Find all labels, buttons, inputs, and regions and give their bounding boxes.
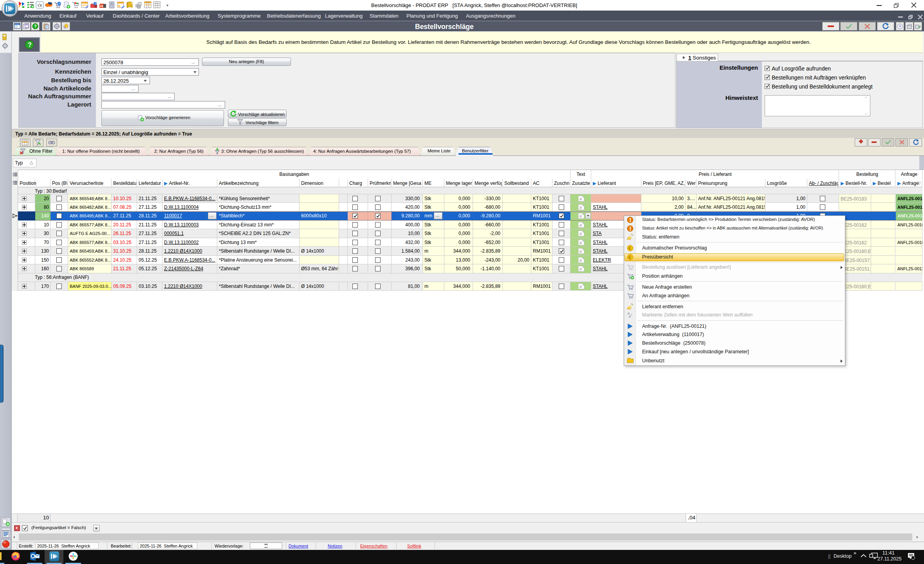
svg-text:?: ?	[34, 24, 37, 29]
svg-text:€: €	[629, 255, 631, 260]
svg-text:a: a	[579, 249, 582, 253]
svg-text:a: a	[579, 258, 582, 262]
svg-text:a: a	[579, 205, 582, 210]
svg-text:√x: √x	[37, 2, 42, 8]
svg-text:€: €	[629, 246, 631, 251]
svg-text:a: a	[579, 231, 582, 236]
svg-text:a: a	[579, 223, 582, 227]
svg-text:a: a	[579, 267, 582, 271]
svg-text:?: ?	[58, 2, 60, 5]
svg-text:a: a	[579, 197, 582, 201]
svg-text:a: a	[579, 240, 582, 245]
svg-text:?: ?	[28, 42, 32, 48]
svg-text:?: ?	[94, 2, 96, 5]
svg-text:a: a	[579, 284, 582, 289]
svg-text:a: a	[579, 214, 582, 218]
